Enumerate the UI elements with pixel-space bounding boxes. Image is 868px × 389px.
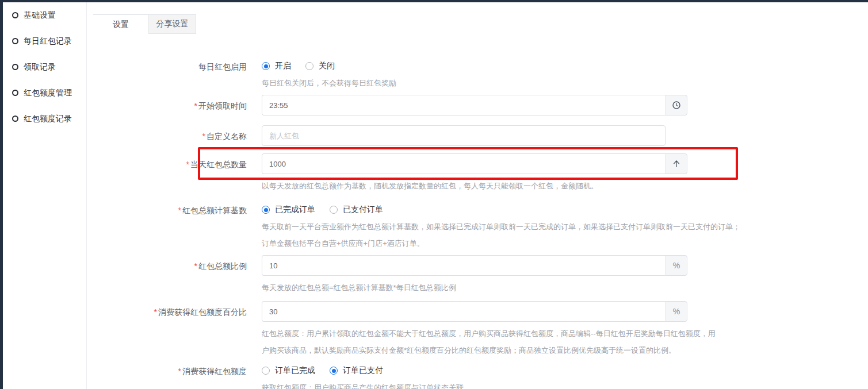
radio-option-disable[interactable]: 关闭: [305, 61, 335, 71]
radio-label: 订单已完成: [275, 365, 315, 376]
required-asterisk: *: [154, 307, 157, 317]
field-help-text: 每天取前一天平台营业额作为红包总额计算基数，如果选择已完成订单则取前一天已完成的…: [262, 218, 868, 252]
sidebar-item-quota-records[interactable]: 红包额度记录: [3, 106, 86, 132]
form-row-daily-enable: 每日红包启用 开启 关闭 每日红包关闭后，不会获得每日红包奖励: [93, 61, 868, 88]
field-label: 每日红包启用: [93, 61, 262, 72]
radio-label: 已完成订单: [275, 205, 315, 215]
tab-bar: 设置 分享设置: [93, 14, 196, 34]
circle-icon: [12, 115, 18, 122]
field-label: *开始领取时间: [93, 95, 262, 111]
radio-icon: [262, 62, 270, 70]
radio-icon: [262, 206, 270, 214]
sidebar-item-label: 领取记录: [24, 62, 56, 72]
clock-icon[interactable]: [666, 95, 687, 115]
percent-append-label: %: [666, 255, 687, 276]
radio-group-total-base: 已完成订单 已支付订单: [262, 205, 868, 215]
form-row-daily-total-count: *当天红包总数量 以每天发放的红包总额作为基数，随机发放指定数量的红包，每人每天…: [93, 153, 868, 191]
radio-icon: [305, 62, 313, 70]
window-frame-left: [0, 0, 3, 389]
field-label: *消费获得红包额度: [93, 365, 262, 376]
field-label: *消费获得红包额度百分比: [93, 301, 262, 317]
start-time-input[interactable]: [262, 95, 666, 115]
field-label: *自定义名称: [93, 125, 262, 141]
required-asterisk: *: [194, 101, 197, 110]
sidebar-item-daily-redpacket-records[interactable]: 每日红包记录: [3, 28, 86, 54]
form-row-total-base: *红包总额计算基数 已完成订单 已支付订单 每天取前一天平台营业额作为红包总额计…: [93, 205, 868, 252]
window-frame-top: [0, 0, 868, 2]
sidebar-item-basic-settings[interactable]: 基础设置: [3, 2, 86, 28]
field-help-text: 每天发放的红包总额=红包总额计算基数*每日红包总额比例: [262, 283, 868, 293]
form-row-start-time: *开始领取时间: [93, 95, 868, 115]
circle-icon: [12, 12, 18, 18]
required-asterisk: *: [186, 160, 189, 169]
radio-option-completed-orders[interactable]: 已完成订单: [262, 205, 315, 215]
radio-label: 已支付订单: [343, 205, 383, 215]
required-asterisk: *: [178, 367, 181, 376]
consume-quota-percent-input[interactable]: [262, 301, 666, 322]
required-asterisk: *: [178, 206, 181, 215]
radio-label: 关闭: [319, 61, 335, 71]
radio-label: 开启: [275, 61, 291, 71]
field-help-text: 以每天发放的红包总额作为基数，随机发放指定数量的红包，每人每天只能领取一个红包，…: [262, 181, 868, 191]
percent-append-label: %: [666, 301, 687, 322]
radio-icon: [330, 367, 338, 375]
radio-option-paid-orders[interactable]: 已支付订单: [330, 205, 383, 215]
radio-icon: [262, 367, 270, 375]
field-help-text: 每日红包关闭后，不会获得每日红包奖励: [262, 78, 868, 88]
total-ratio-input[interactable]: [262, 255, 666, 276]
field-help-text: 红包总额度：用户累计领取的红包金额不能大于红包总额度，用户购买商品获得红包额度，…: [262, 325, 868, 359]
circle-icon: [12, 38, 18, 44]
radio-group-daily-enable: 开启 关闭: [262, 61, 868, 71]
sidebar-item-claim-records[interactable]: 领取记录: [3, 54, 86, 80]
sidebar: 基础设置 每日红包记录 领取记录 红包额度管理 红包额度记录: [3, 2, 87, 389]
radio-option-enable[interactable]: 开启: [262, 61, 291, 71]
field-help-text: 获取红包额度：用户购买商品产生的红包额度与订单状态关联: [262, 383, 868, 389]
tab-settings[interactable]: 设置: [93, 15, 148, 34]
field-label: *当天红包总数量: [93, 153, 262, 170]
radio-label: 订单已支付: [343, 365, 383, 376]
sidebar-item-label: 每日红包记录: [24, 36, 72, 47]
form-row-consume-quota-status: *消费获得红包额度 订单已完成 订单已支付 获取红包额度：用户购买商品产生的红包…: [93, 365, 868, 389]
field-label: *红包总额计算基数: [93, 205, 262, 215]
sidebar-item-label: 红包额度记录: [24, 114, 72, 124]
main-content: 设置 分享设置 每日红包启用 开启 关闭 每日红包关闭后，不会获得每日红包奖励: [87, 2, 868, 389]
sidebar-item-quota-management[interactable]: 红包额度管理: [3, 80, 86, 106]
circle-icon: [12, 64, 18, 70]
required-asterisk: *: [202, 132, 205, 141]
field-label: *红包总额比例: [93, 255, 262, 271]
circle-icon: [12, 90, 18, 96]
sidebar-item-label: 红包额度管理: [24, 88, 72, 98]
form-row-total-ratio: *红包总额比例 % 每天发放的红包总额=红包总额计算基数*每日红包总额比例: [93, 255, 868, 293]
radio-group-consume-quota: 订单已完成 订单已支付: [262, 365, 868, 376]
settings-form: 每日红包启用 开启 关闭 每日红包关闭后，不会获得每日红包奖励 *开始领取时间: [93, 61, 868, 389]
radio-option-order-completed[interactable]: 订单已完成: [262, 365, 315, 376]
sidebar-item-label: 基础设置: [24, 10, 56, 21]
tab-share-settings[interactable]: 分享设置: [148, 15, 196, 34]
arrow-up-icon[interactable]: [666, 153, 687, 174]
required-asterisk: *: [194, 261, 197, 271]
form-row-custom-name: *自定义名称: [93, 125, 868, 146]
radio-option-order-paid[interactable]: 订单已支付: [330, 365, 383, 376]
daily-total-count-input[interactable]: [262, 153, 666, 174]
radio-icon: [330, 206, 338, 214]
custom-name-input[interactable]: [262, 125, 666, 146]
form-row-consume-quota-percent: *消费获得红包额度百分比 % 红包总额度：用户累计领取的红包金额不能大于红包总额…: [93, 301, 868, 359]
